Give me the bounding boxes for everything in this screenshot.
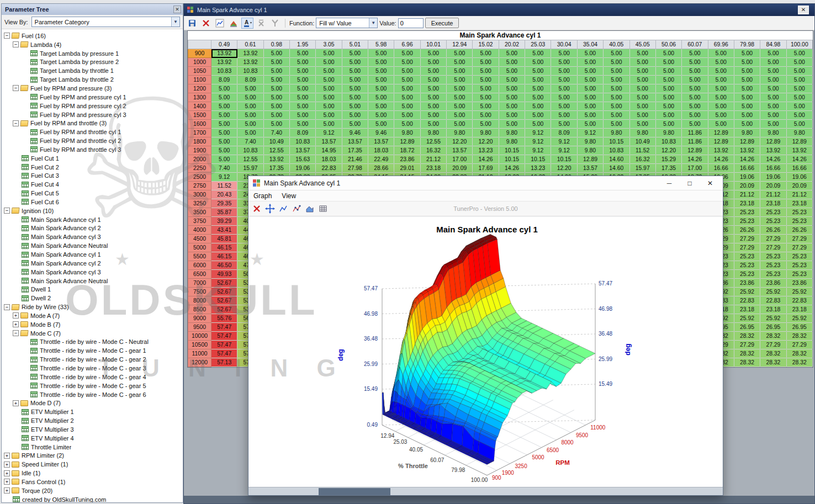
table-cell[interactable]: 25.92 xyxy=(760,288,786,296)
table-cell[interactable]: 5.00 xyxy=(368,76,394,84)
tree-item[interactable]: Main Spark Advance cyl 2 xyxy=(2,224,183,233)
table-cell[interactable]: 5.00 xyxy=(368,49,394,58)
collapse-icon[interactable]: − xyxy=(13,120,19,126)
tree-item[interactable]: ETV Multiplier 1 xyxy=(2,407,183,416)
table-cell[interactable]: 5.00 xyxy=(368,111,394,120)
table-cell[interactable]: 10.49 xyxy=(263,137,289,146)
table-cell[interactable]: 5.00 xyxy=(316,76,342,84)
table-cell[interactable]: 27.29 xyxy=(760,235,786,243)
table-cell[interactable]: 5.00 xyxy=(682,58,708,67)
row-header[interactable]: 3250 xyxy=(188,199,211,208)
table-cell[interactable]: 28.66 xyxy=(368,164,394,173)
row-header[interactable]: 10500 xyxy=(188,341,211,349)
table-cell[interactable]: 13.23 xyxy=(525,164,551,173)
table-cell[interactable]: 5.00 xyxy=(342,76,368,84)
table-cell[interactable]: 5.00 xyxy=(316,67,342,76)
table-cell[interactable]: 5.00 xyxy=(263,67,289,76)
column-header[interactable]: 69.96 xyxy=(708,40,734,49)
table-cell[interactable]: 5.00 xyxy=(447,93,473,102)
table-cell[interactable]: 5.00 xyxy=(368,67,394,76)
table-cell[interactable]: 46.50 xyxy=(211,261,237,270)
table-cell[interactable]: 5.00 xyxy=(394,120,420,129)
value-input[interactable] xyxy=(398,18,424,28)
table-cell[interactable]: 5.00 xyxy=(473,58,499,67)
table-cell[interactable]: 12.89 xyxy=(786,137,812,146)
table-cell[interactable]: 9.12 xyxy=(577,129,603,137)
table-cell[interactable]: 12.55 xyxy=(237,155,263,164)
table-cell[interactable]: 5.00 xyxy=(604,76,629,84)
table-cell[interactable]: 5.00 xyxy=(368,120,394,129)
table-cell[interactable]: 17.35 xyxy=(342,146,368,155)
table-cell[interactable]: 5.00 xyxy=(577,93,603,102)
scrollbar-thumb[interactable] xyxy=(319,488,390,495)
table-cell[interactable]: 5.00 xyxy=(290,49,316,58)
table-cell[interactable]: 5.00 xyxy=(473,111,499,120)
table-cell[interactable]: 21.12 xyxy=(734,190,760,199)
area-chart-icon[interactable] xyxy=(304,203,316,214)
table-cell[interactable]: 9.80 xyxy=(499,129,525,137)
table-cell[interactable]: 5.00 xyxy=(760,58,786,67)
pan-icon[interactable] xyxy=(264,203,276,214)
table-cell[interactable]: 5.00 xyxy=(734,93,760,102)
table-cell[interactable]: 22.83 xyxy=(734,296,760,305)
table-cell[interactable]: 5.00 xyxy=(734,120,760,129)
table-cell[interactable]: 5.00 xyxy=(316,84,342,93)
table-cell[interactable]: 28.32 xyxy=(786,332,812,341)
table-cell[interactable]: 8.09 xyxy=(290,129,316,137)
table-cell[interactable]: 5.00 xyxy=(786,102,812,111)
table-cell[interactable]: 5.00 xyxy=(708,76,734,84)
table-cell[interactable]: 19.06 xyxy=(760,173,786,182)
row-header[interactable]: 2500 xyxy=(188,173,211,182)
table-cell[interactable]: 5.00 xyxy=(734,102,760,111)
table-cell[interactable]: 12.89 xyxy=(734,137,760,146)
table-cell[interactable]: 23.86 xyxy=(394,155,420,164)
table-cell[interactable]: 17.69 xyxy=(473,164,499,173)
table-cell[interactable]: 10.15 xyxy=(499,155,525,164)
table-cell[interactable]: 15.63 xyxy=(290,155,316,164)
table-cell[interactable]: 5.00 xyxy=(420,76,446,84)
table-cell[interactable]: 5.00 xyxy=(368,102,394,111)
column-header[interactable]: 20.02 xyxy=(499,40,525,49)
table-cell[interactable]: 25.23 xyxy=(734,208,760,217)
table-cell[interactable]: 17.35 xyxy=(655,164,681,173)
table-cell[interactable]: 5.00 xyxy=(551,84,577,93)
row-header[interactable]: 3500 xyxy=(188,208,211,217)
table-cell[interactable]: 5.00 xyxy=(447,67,473,76)
table-cell[interactable]: 27.29 xyxy=(734,243,760,252)
tree-item[interactable]: Target Lambda by pressure 2 xyxy=(2,58,183,67)
table-cell[interactable]: 5.00 xyxy=(734,49,760,58)
table-cell[interactable]: 25.23 xyxy=(760,208,786,217)
table-cell[interactable]: 5.00 xyxy=(342,120,368,129)
table-cell[interactable]: 25.92 xyxy=(760,314,786,323)
table-cell[interactable]: 5.00 xyxy=(682,76,708,84)
table-cell[interactable]: 8.09 xyxy=(211,76,237,84)
table-cell[interactable]: 5.00 xyxy=(211,102,237,111)
table-cell[interactable]: 5.00 xyxy=(290,58,316,67)
table-cell[interactable]: 39.29 xyxy=(211,217,237,226)
table-cell[interactable]: 13.92 xyxy=(760,146,786,155)
table-view-icon[interactable] xyxy=(317,203,329,214)
table-cell[interactable]: 5.00 xyxy=(237,102,263,111)
tree-item[interactable]: Throttle Limiter xyxy=(2,443,183,452)
table-cell[interactable]: 13.92 xyxy=(708,146,734,155)
table-cell[interactable]: 5.00 xyxy=(577,49,603,58)
table-cell[interactable]: 13.57 xyxy=(342,137,368,146)
table-cell[interactable]: 16.66 xyxy=(760,164,786,173)
row-header[interactable]: 1400 xyxy=(188,102,211,111)
table-cell[interactable]: 5.00 xyxy=(655,120,681,129)
table-cell[interactable]: 26.26 xyxy=(734,226,760,235)
table-cell[interactable]: 5.00 xyxy=(211,137,237,146)
table-cell[interactable]: 5.00 xyxy=(447,84,473,93)
column-header[interactable]: 35.04 xyxy=(577,40,603,49)
table-cell[interactable]: 5.00 xyxy=(551,76,577,84)
table-cell[interactable]: 5.00 xyxy=(420,102,446,111)
tree-item[interactable]: Dwell 1 xyxy=(2,285,183,294)
table-cell[interactable]: 9.80 xyxy=(577,146,603,155)
close-icon[interactable]: ✕ xyxy=(798,6,809,14)
table-cell[interactable]: 17.00 xyxy=(447,155,473,164)
row-header[interactable]: 1600 xyxy=(188,120,211,129)
tree-item[interactable]: −Fuel (16) xyxy=(2,31,183,40)
table-cell[interactable]: 9.12 xyxy=(525,146,551,155)
table-cell[interactable]: 23.18 xyxy=(760,199,786,208)
table-cell[interactable]: 5.00 xyxy=(786,76,812,84)
